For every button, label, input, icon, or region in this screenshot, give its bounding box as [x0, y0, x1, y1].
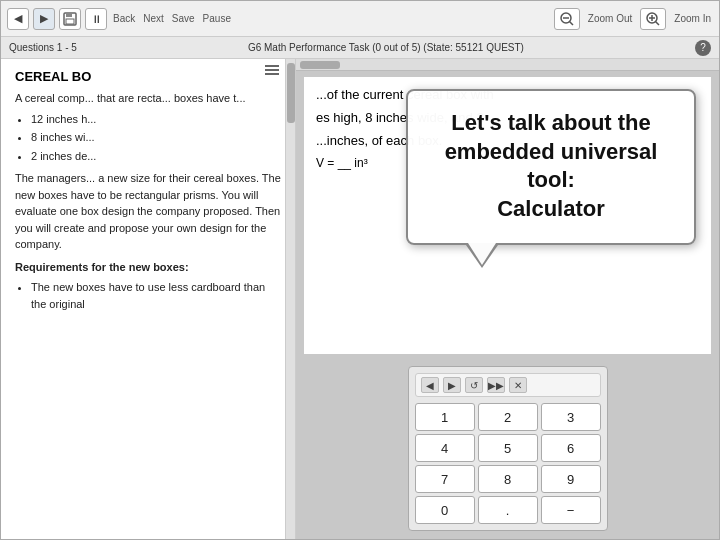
pause-button[interactable]: ⏸: [85, 8, 107, 30]
calculator-widget: ◀ ▶ ↺ ▶▶ ✕ 1 2 3 4 5 6 7 8 9 0: [408, 366, 608, 531]
back-label: Back: [113, 13, 135, 24]
question-bar: Questions 1 - 5 G6 Math Performance Task…: [1, 37, 719, 59]
doc-title-text: CEREAL BO: [15, 69, 91, 84]
svg-rect-2: [66, 19, 74, 24]
bullet-3: 2 inches de...: [31, 148, 281, 165]
calc-btn-0[interactable]: 0: [415, 496, 475, 524]
doc-title: CEREAL BO: [15, 69, 281, 84]
main-area: CEREAL BO A cereal comp... that are rect…: [1, 59, 719, 539]
save-label: Save: [172, 13, 195, 24]
calc-btn-3[interactable]: 3: [541, 403, 601, 431]
next-button[interactable]: ▶: [33, 8, 55, 30]
scrollbar-thumb[interactable]: [287, 63, 295, 123]
zoom-out-button[interactable]: [554, 8, 580, 30]
calc-keypad: 1 2 3 4 5 6 7 8 9 0 . −: [415, 403, 601, 524]
zoom-in-button[interactable]: [640, 8, 666, 30]
calc-nav-bar: ◀ ▶ ↺ ▶▶ ✕: [415, 373, 601, 397]
help-button[interactable]: ?: [695, 40, 711, 56]
zoom-out-label: Zoom Out: [588, 13, 632, 24]
svg-line-4: [569, 21, 573, 25]
back-button[interactable]: ◀: [7, 8, 29, 30]
calc-close-btn[interactable]: ✕: [509, 377, 527, 393]
tooltip-line4: Calculator: [497, 196, 605, 221]
svg-rect-1: [66, 13, 72, 17]
browser-window: ◀ ▶ ⏸ Back Next Save Pause Zoom Out Zoom…: [0, 0, 720, 540]
calc-back-btn[interactable]: ◀: [421, 377, 439, 393]
doc-para2: The managers... a new size for their cer…: [15, 170, 281, 253]
calc-btn-8[interactable]: 8: [478, 465, 538, 493]
bullet-1: 12 inches h...: [31, 111, 281, 128]
doc-scrollbar[interactable]: [285, 59, 295, 539]
calc-btn-6[interactable]: 6: [541, 434, 601, 462]
tooltip-overlay: Let's talk about the embedded universal …: [406, 89, 696, 245]
question-range: Questions 1 - 5: [9, 42, 77, 53]
h-scrollbar-thumb[interactable]: [300, 61, 340, 69]
menu-icon[interactable]: [265, 65, 279, 75]
calc-skip-btn[interactable]: ▶▶: [487, 377, 505, 393]
calc-btn-minus[interactable]: −: [541, 496, 601, 524]
svg-line-7: [656, 21, 660, 25]
req-1: The new boxes have to use less cardboard…: [31, 279, 281, 312]
tooltip-line3: tool:: [527, 167, 575, 192]
doc-intro: A cereal comp... that are recta... boxes…: [15, 90, 281, 164]
calc-fwd-btn[interactable]: ▶: [443, 377, 461, 393]
question-title: G6 Math Performance Task (0 out of 5) (S…: [248, 42, 524, 53]
calc-reset-btn[interactable]: ↺: [465, 377, 483, 393]
toolbar: ◀ ▶ ⏸ Back Next Save Pause Zoom Out Zoom…: [1, 1, 719, 37]
document-panel: CEREAL BO A cereal comp... that are rect…: [1, 59, 296, 539]
tooltip-line1: Let's talk about the: [451, 110, 651, 135]
calc-btn-9[interactable]: 9: [541, 465, 601, 493]
save-button[interactable]: [59, 8, 81, 30]
h-scrollbar[interactable]: [296, 59, 719, 71]
bullet-2: 8 inches wi...: [31, 129, 281, 146]
right-panel: ...of the current cereal box with es hig…: [296, 59, 719, 539]
calc-btn-7[interactable]: 7: [415, 465, 475, 493]
requirements-title: Requirements for the new boxes:: [15, 261, 189, 273]
tooltip-text: Let's talk about the embedded universal …: [428, 109, 674, 223]
calc-btn-5[interactable]: 5: [478, 434, 538, 462]
calc-btn-4[interactable]: 4: [415, 434, 475, 462]
calc-btn-2[interactable]: 2: [478, 403, 538, 431]
tooltip-line2: embedded universal: [445, 139, 658, 164]
pause-label: Pause: [203, 13, 231, 24]
calc-btn-1[interactable]: 1: [415, 403, 475, 431]
next-label: Next: [143, 13, 164, 24]
zoom-in-label: Zoom In: [674, 13, 711, 24]
toolbar-right: Zoom Out Zoom In: [554, 8, 713, 30]
calc-btn-dot[interactable]: .: [478, 496, 538, 524]
doc-requirements: Requirements for the new boxes: The new …: [15, 259, 281, 313]
